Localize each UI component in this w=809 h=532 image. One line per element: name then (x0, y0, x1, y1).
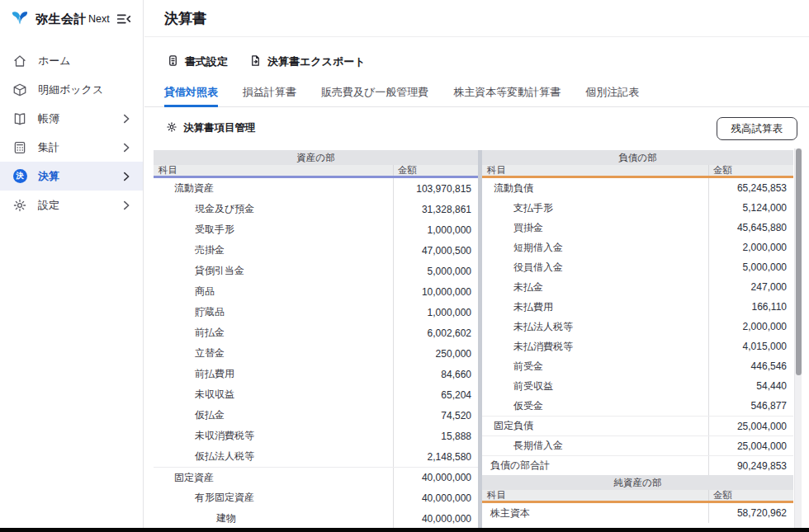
table-row[interactable]: 未払消費税等 4,015,000 (482, 337, 793, 356)
sidebar-item-books[interactable]: 帳簿 (0, 104, 143, 133)
home-icon (12, 54, 27, 68)
table-row[interactable]: 立替金 250,000 (154, 343, 478, 364)
table-row[interactable]: 未払費用 166,110 (482, 297, 793, 317)
table-row[interactable]: 現金及び預金 31,328,861 (154, 199, 478, 219)
manage-row: 決算書項目管理 残高試算表 (144, 114, 809, 144)
liabilities-table: 負債の部 科目 金額 流動負債 65,245,853 支払手形 5,124,00… (482, 150, 793, 528)
trial-balance-button[interactable]: 残高試算表 (717, 117, 798, 140)
sidebar: 弥生会計 Next ホーム 明細ボックス (0, 0, 144, 532)
table-row[interactable]: 支払手形 5,124,000 (482, 198, 793, 218)
table-row[interactable]: 未払法人税等 2,000,000 (482, 317, 793, 337)
chevron-right-icon (121, 113, 132, 125)
table-row[interactable]: 株主資本 58,720,962 (482, 503, 793, 523)
tab-profit-loss[interactable]: 損益計算書 (243, 82, 296, 107)
main-content: 決算書 書式設定 決算書エクスポート 貸借対照表 損益計算書 販売費及び一般管理… (144, 0, 809, 532)
table-row[interactable]: 仮払金 74,520 (154, 405, 478, 426)
window-bottom-edge (0, 528, 809, 532)
table-row[interactable]: 流動資産 103,970,815 (154, 178, 478, 199)
table-row[interactable]: 売掛金 47,000,500 (154, 240, 478, 261)
table-row[interactable]: 未収収益 65,204 (154, 384, 478, 405)
gear-icon (166, 121, 177, 135)
sidebar-nav: ホーム 明細ボックス 帳簿 集計 (0, 38, 143, 219)
chevron-right-icon (121, 200, 132, 211)
calculator-icon (12, 140, 27, 155)
logo-row: 弥生会計 Next (0, 0, 143, 38)
sidebar-collapse-icon[interactable] (115, 10, 133, 28)
table-row[interactable]: 前受収益 54,440 (482, 376, 793, 396)
table-row[interactable]: 未払金 247,000 (482, 277, 793, 297)
table-row[interactable]: 貸倒引当金 5,000,000 (154, 261, 478, 281)
assets-section-header: 資産の部 (154, 150, 478, 165)
tab-notes[interactable]: 個別注記表 (585, 82, 639, 107)
settlement-icon: 決 (12, 169, 27, 184)
yayoi-logo-icon (10, 7, 30, 31)
net-assets-rows: 株主資本 58,720,962 (482, 503, 793, 523)
net-assets-section-header: 純資産の部 (482, 475, 793, 490)
statement-item-manage-button[interactable]: 決算書項目管理 (166, 121, 256, 135)
format-settings-button[interactable]: 書式設定 (167, 54, 228, 69)
table-row[interactable]: 受取手形 1,000,000 (154, 219, 478, 240)
tab-balance-sheet[interactable]: 貸借対照表 (164, 82, 218, 107)
sidebar-item-aggregation[interactable]: 集計 (0, 133, 143, 162)
liabilities-section-header: 負債の部 (482, 150, 793, 165)
toolbar: 書式設定 決算書エクスポート (167, 54, 366, 69)
table-row[interactable]: 前受金 446,546 (482, 356, 793, 376)
table-row[interactable]: 買掛金 45,645,880 (482, 218, 793, 238)
table-row[interactable]: 長期借入金 25,004,000 (482, 435, 793, 455)
table-row[interactable]: 役員借入金 5,000,000 (482, 257, 793, 277)
table-row[interactable]: 仮払法人税等 2,148,580 (154, 446, 478, 467)
brand-name: 弥生会計 (35, 12, 87, 27)
sidebar-item-settlement[interactable]: 決 決算 (0, 162, 143, 191)
tab-sga[interactable]: 販売費及び一般管理費 (321, 82, 428, 107)
brand-suffix: Next (88, 13, 110, 25)
chevron-right-icon (121, 142, 132, 153)
table-row[interactable]: 建物 40,000,000 (154, 508, 478, 528)
box-icon (12, 82, 27, 97)
tab-strip: 貸借対照表 損益計算書 販売費及び一般管理費 株主資本等変動計算書 個別注記表 (144, 82, 809, 107)
export-icon (249, 54, 262, 69)
tab-equity-changes[interactable]: 株主資本等変動計算書 (453, 82, 561, 107)
sidebar-item-detail-box[interactable]: 明細ボックス (0, 75, 143, 104)
table-row[interactable]: 商品 10,000,000 (154, 281, 478, 302)
export-button[interactable]: 決算書エクスポート (249, 54, 366, 69)
header-divider (144, 36, 809, 37)
table-row[interactable]: 負債の部合計 90,249,853 (482, 455, 793, 475)
table-row[interactable]: 固定負債 25,004,000 (482, 416, 793, 435)
table-row[interactable]: 貯蔵品 1,000,000 (154, 302, 478, 322)
table-row[interactable]: 前払金 6,002,602 (154, 322, 478, 343)
gear-icon (12, 198, 27, 213)
table-row[interactable]: 短期借入金 2,000,000 (482, 238, 793, 257)
sidebar-item-settings[interactable]: 設定 (0, 191, 143, 219)
liabilities-rows: 流動負債 65,245,853 支払手形 5,124,000 買掛金 45,64… (482, 178, 793, 475)
table-row[interactable]: 流動負債 65,245,853 (482, 178, 793, 198)
assets-rows: 流動資産 103,970,815 現金及び預金 31,328,861 受取手形 … (154, 178, 478, 528)
scrollbar-thumb[interactable] (796, 148, 802, 375)
table-row[interactable]: 前払費用 84,660 (154, 364, 478, 384)
table-row[interactable]: 未収消費税等 15,888 (154, 426, 478, 446)
table-row[interactable]: 固定資産 40,000,000 (154, 467, 478, 487)
sidebar-item-home[interactable]: ホーム (0, 46, 143, 75)
vertical-scrollbar[interactable] (794, 148, 802, 528)
chevron-right-icon (121, 171, 132, 182)
table-row[interactable]: 仮受金 546,877 (482, 396, 793, 416)
assets-column-header: 科目 金額 (154, 165, 478, 178)
table-row[interactable]: 有形固定資産 40,000,000 (154, 487, 478, 508)
assets-table: 資産の部 科目 金額 流動資産 103,970,815 現金及び預金 31,32… (154, 150, 478, 528)
book-icon (12, 111, 27, 126)
page-title: 決算書 (164, 9, 206, 28)
app-window: 弥生会計 Next ホーム 明細ボックス (0, 0, 809, 532)
liabilities-column-header: 科目 金額 (482, 165, 793, 178)
format-settings-icon (167, 54, 179, 69)
net-assets-column-header: 科目 金額 (482, 490, 793, 503)
